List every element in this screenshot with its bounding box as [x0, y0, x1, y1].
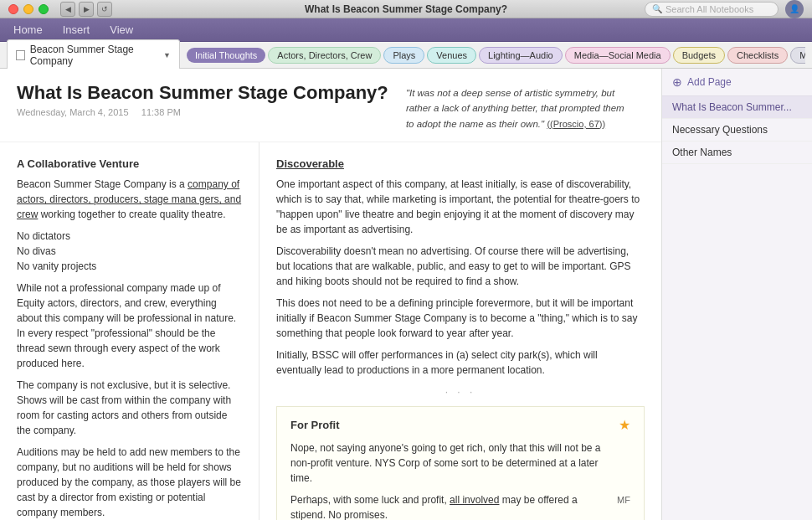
tab-venues[interactable]: Venues — [427, 47, 476, 64]
notebook-name: Beacon Summer Stage Company — [30, 44, 160, 67]
divider: · · · — [276, 384, 645, 399]
user-button[interactable]: 👤 — [785, 0, 804, 18]
para-collaborative-1: Beacon Summer Stage Company is a company… — [17, 177, 242, 222]
add-page-label: Add Page — [687, 76, 732, 88]
section-collaborative-title: A Collaborative Venture — [17, 156, 242, 172]
sidebar-page-2[interactable]: Necessary Questions — [662, 119, 812, 142]
notebook-dropdown-icon: ▼ — [163, 51, 171, 59]
home-button[interactable]: Home — [10, 22, 46, 38]
notebook-bar: Beacon Summer Stage Company ▼ Initial Th… — [0, 42, 812, 69]
minimize-button[interactable] — [23, 4, 33, 14]
for-profit-box: For Profit Nope, not saying anyone's goi… — [276, 406, 645, 520]
back-button[interactable]: ◀ — [60, 2, 75, 17]
tab-budgets[interactable]: Budgets — [673, 47, 725, 64]
close-button[interactable] — [8, 4, 18, 14]
refresh-button[interactable]: ↺ — [97, 2, 112, 17]
tab-initial-thoughts[interactable]: Initial Thoughts — [187, 48, 265, 63]
content-columns: A Collaborative Venture Beacon Summer St… — [0, 142, 661, 520]
section-discoverable-title: Discoverable — [276, 156, 645, 172]
tabs-container: Initial Thoughts Actors, Directors, Crew… — [187, 47, 805, 64]
para-profit-2: Perhaps, with some luck and profit, all … — [290, 492, 614, 520]
window-controls: ◀ ▶ ↺ — [8, 2, 112, 17]
para-disc-4: Initially, BSSC will offer performances … — [276, 348, 645, 378]
para-nodictators: No dictatorsNo divasNo vanity projects — [17, 229, 242, 274]
sidebar-page-1-label: What Is Beacon Summer... — [672, 101, 792, 113]
sidebar-page-3-label: Other Names — [672, 147, 732, 158]
window-title: What Is Beacon Summer Stage Company? — [305, 3, 507, 15]
quote-box: "It was not a deep sense of artistic sym… — [399, 82, 634, 135]
search-icon: 🔍 — [652, 4, 662, 13]
tab-actors[interactable]: Actors, Directors, Crew — [268, 47, 381, 64]
sidebar-page-2-label: Necessary Questions — [672, 124, 768, 136]
notebook-title[interactable]: Beacon Summer Stage Company ▼ — [7, 39, 180, 71]
title-bar: ◀ ▶ ↺ What Is Beacon Summer Stage Compan… — [0, 0, 812, 18]
page-meta: Wednesday, March 4, 2015 11:38 PM — [17, 107, 388, 117]
page-date: Wednesday, March 4, 2015 — [17, 107, 129, 117]
view-button[interactable]: View — [106, 22, 136, 38]
for-profit-title: For Profit — [290, 417, 612, 434]
main-layout: What Is Beacon Summer Stage Company? Wed… — [0, 69, 812, 520]
page-time: 11:38 PM — [141, 107, 181, 117]
toolbar: Home Insert View — [0, 18, 812, 42]
search-placeholder: Search All Notebooks — [666, 4, 753, 14]
tab-plays[interactable]: Plays — [383, 47, 424, 64]
right-sidebar: ⊕ Add Page What Is Beacon Summer... Nece… — [661, 69, 812, 520]
search-area: 🔍 Search All Notebooks 👤 — [645, 0, 804, 18]
para-profit-1: Nope, not saying anyone's going to get r… — [290, 440, 612, 486]
tab-checklists[interactable]: Checklists — [727, 47, 788, 64]
page-title: What Is Beacon Summer Stage Company? — [17, 82, 388, 104]
para-professional: While not a professional company made up… — [17, 281, 242, 371]
quote-attribution: ((Proscio, 67)) — [547, 119, 605, 129]
add-page-icon: ⊕ — [672, 75, 682, 89]
para-disc-2: Discoverability doesn't mean no advertis… — [276, 244, 645, 289]
insert-button[interactable]: Insert — [59, 22, 94, 38]
sidebar-page-1[interactable]: What Is Beacon Summer... — [662, 96, 812, 119]
para-auditions: Auditions may be held to add new members… — [17, 445, 242, 520]
sidebar-page-3[interactable]: Other Names — [662, 142, 812, 164]
mf-tag: MF — [617, 493, 630, 507]
para-disc-3: This does not need to be a defining prin… — [276, 296, 645, 341]
forward-button[interactable]: ▶ — [79, 2, 94, 17]
star-icon-right: ★ — [619, 415, 630, 435]
tab-miscellaneous[interactable]: Miscellaneous — [790, 47, 805, 64]
left-column: A Collaborative Venture Beacon Summer St… — [0, 142, 260, 520]
add-page-button[interactable]: ⊕ Add Page — [662, 69, 812, 96]
maximize-button[interactable] — [39, 4, 49, 14]
para-disc-1: One important aspect of this company, at… — [276, 177, 645, 237]
tab-media[interactable]: Media—Social Media — [565, 47, 671, 64]
page-header: What Is Beacon Summer Stage Company? Wed… — [0, 69, 661, 142]
tab-lighting[interactable]: Lighting—Audio — [479, 47, 563, 64]
para-selective: The company is not exclusive, but it is … — [17, 378, 242, 438]
content-area: What Is Beacon Summer Stage Company? Wed… — [0, 69, 661, 520]
sidebar-pages-list: What Is Beacon Summer... Necessary Quest… — [662, 96, 812, 520]
notebook-checkbox — [16, 50, 25, 60]
search-box[interactable]: 🔍 Search All Notebooks — [645, 2, 779, 17]
right-column: Discoverable One important aspect of thi… — [260, 142, 661, 520]
